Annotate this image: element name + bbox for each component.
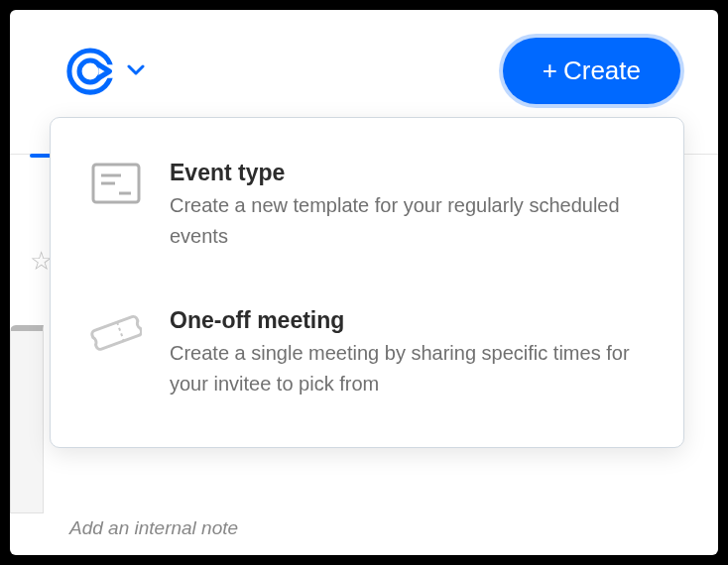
event-type-icon xyxy=(88,160,144,207)
event-card-edge xyxy=(10,325,44,513)
menu-item-event-type[interactable]: Event type Create a new template for you… xyxy=(80,148,654,264)
menu-item-title: One-off meeting xyxy=(170,307,646,334)
svg-line-7 xyxy=(117,322,124,341)
menu-item-text: Event type Create a new template for you… xyxy=(170,160,646,252)
chevron-down-icon xyxy=(127,62,145,80)
menu-item-description: Create a new template for your regularly… xyxy=(170,190,646,252)
app-frame: + Create ☆ Event type Create a new templ… xyxy=(10,10,718,555)
internal-note-input[interactable]: Add an internal note xyxy=(69,517,238,539)
topbar: + Create xyxy=(10,10,718,114)
menu-item-description: Create a single meeting by sharing speci… xyxy=(170,338,646,399)
svg-rect-3 xyxy=(93,165,139,202)
menu-item-title: Event type xyxy=(170,160,646,186)
create-dropdown-panel: Event type Create a new template for you… xyxy=(50,117,684,448)
plus-icon: + xyxy=(543,56,557,86)
menu-item-text: One-off meeting Create a single meeting … xyxy=(170,307,646,399)
ticket-icon xyxy=(88,307,144,355)
menu-item-one-off-meeting[interactable]: One-off meeting Create a single meeting … xyxy=(80,295,654,411)
logo-dropdown[interactable] xyxy=(63,45,145,98)
calendly-logo-icon xyxy=(63,45,117,98)
create-button[interactable]: + Create xyxy=(503,38,680,104)
create-button-label: Create xyxy=(563,56,641,86)
